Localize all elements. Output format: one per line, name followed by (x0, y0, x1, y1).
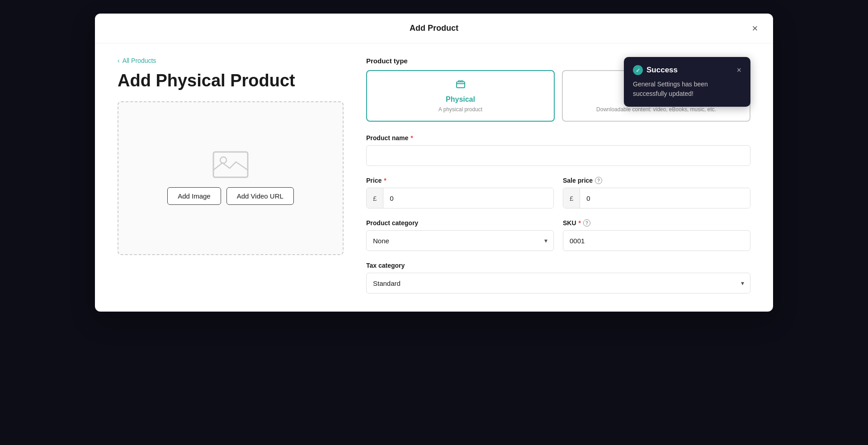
sale-price-input[interactable] (580, 188, 750, 208)
sale-price-label: Sale price ? (563, 177, 750, 184)
product-type-physical[interactable]: Physical A physical product (366, 70, 555, 122)
digital-type-desc: Downloadable content: video, eBooks, mus… (596, 106, 716, 113)
image-placeholder-icon (212, 151, 249, 178)
toast-title: Success (646, 66, 678, 75)
category-label: Product category (366, 219, 554, 227)
category-select[interactable]: None (366, 230, 554, 251)
product-name-label: Product name * (366, 134, 750, 142)
svg-rect-3 (458, 80, 460, 82)
physical-type-icon (455, 79, 466, 93)
add-product-modal: Add Product × ‹ All Products Add Physica… (95, 14, 773, 312)
image-upload-area: Add Image Add Video URL (118, 101, 344, 255)
modal-header: Add Product × (95, 14, 773, 43)
sku-label: SKU * ? (563, 219, 750, 227)
success-check-icon: ✓ (633, 65, 643, 75)
toast-title-row: ✓ Success (633, 65, 678, 75)
right-column: ✓ Success × General Settings has been su… (366, 57, 750, 294)
category-group: Product category None ▾ (366, 219, 554, 251)
price-input-wrapper: £ (366, 188, 554, 208)
toast-message: General Settings has been successfully u… (633, 80, 741, 99)
physical-type-name: Physical (446, 95, 475, 104)
page-title: Add Physical Product (118, 71, 344, 90)
category-sku-row: Product category None ▾ SKU * ? (366, 219, 750, 251)
sale-price-group: Sale price ? £ (563, 177, 750, 208)
price-required: * (384, 177, 386, 184)
breadcrumb: ‹ All Products (118, 57, 344, 64)
left-column: ‹ All Products Add Physical Product Add … (118, 57, 344, 294)
modal-body: ‹ All Products Add Physical Product Add … (95, 43, 773, 312)
product-name-input[interactable] (366, 145, 750, 166)
category-select-wrapper: None ▾ (366, 230, 554, 251)
product-name-group: Product name * (366, 134, 750, 166)
modal-title: Add Product (410, 24, 458, 33)
toast-close-button[interactable]: × (736, 66, 741, 74)
add-image-button[interactable]: Add Image (167, 187, 221, 205)
upload-buttons: Add Image Add Video URL (167, 187, 294, 205)
svg-rect-2 (457, 82, 465, 88)
svg-rect-4 (461, 80, 463, 82)
tax-category-label: Tax category (366, 262, 750, 269)
svg-rect-0 (213, 152, 248, 177)
price-group: Price * £ (366, 177, 554, 208)
toast-header: ✓ Success × (633, 65, 741, 75)
physical-type-desc: A physical product (439, 106, 482, 113)
tax-category-group: Tax category Standard ▾ (366, 262, 750, 294)
tax-category-select[interactable]: Standard (366, 273, 750, 294)
sku-required: * (579, 219, 581, 227)
product-name-required: * (410, 134, 413, 142)
svg-point-1 (220, 157, 226, 163)
breadcrumb-chevron-icon: ‹ (118, 57, 120, 64)
sku-group: SKU * ? (563, 219, 750, 251)
sku-input[interactable] (563, 230, 750, 251)
price-row: Price * £ Sale price ? (366, 177, 750, 208)
tax-category-select-wrapper: Standard ▾ (366, 273, 750, 294)
sku-info-icon[interactable]: ? (583, 219, 590, 227)
modal-overlay: Add Product × ‹ All Products Add Physica… (0, 0, 868, 445)
breadcrumb-link[interactable]: All Products (123, 57, 156, 64)
sale-price-info-icon[interactable]: ? (595, 177, 602, 184)
success-toast: ✓ Success × General Settings has been su… (624, 57, 750, 107)
sale-price-currency-symbol: £ (563, 188, 580, 208)
price-label: Price * (366, 177, 554, 184)
price-input[interactable] (383, 188, 553, 208)
modal-close-button[interactable]: × (748, 21, 762, 36)
sale-price-input-wrapper: £ (563, 188, 750, 208)
add-video-url-button[interactable]: Add Video URL (226, 187, 294, 205)
price-currency-symbol: £ (367, 188, 383, 208)
